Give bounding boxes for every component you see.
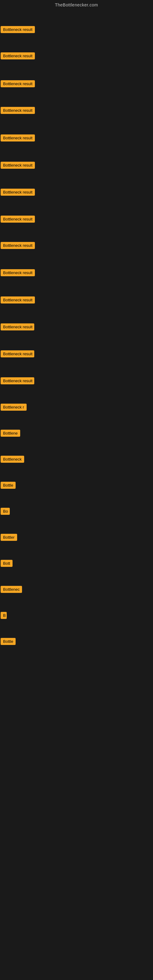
bottleneck-badge-14[interactable]: Bottleneck result [1,377,34,384]
bottleneck-badge-20[interactable]: Bottler [1,534,17,541]
badge-row-6: Bottleneck result [1,162,35,170]
bottleneck-badge-8[interactable]: Bottleneck result [1,216,35,223]
badge-row-9: Bottleneck result [1,242,35,250]
badge-row-17: Bottleneck [1,456,24,464]
badge-row-1: Bottleneck result [1,26,35,34]
bottleneck-badge-19[interactable]: Bo [1,508,10,515]
badge-row-22: Bottlenec [1,586,22,594]
bottleneck-badge-16[interactable]: Bottlene [1,430,20,437]
badge-row-24: Bottle [1,638,16,646]
badge-row-16: Bottlene [1,430,20,438]
badge-row-11: Bottleneck result [1,296,35,305]
bottleneck-badge-22[interactable]: Bottlenec [1,586,22,593]
bottleneck-badge-15[interactable]: Bottleneck r [1,404,27,411]
bottleneck-badge-9[interactable]: Bottleneck result [1,242,35,249]
bottleneck-badge-21[interactable]: Bott [1,560,13,567]
badge-row-2: Bottleneck result [1,52,35,60]
bottleneck-badge-5[interactable]: Bottleneck result [1,134,35,142]
bottleneck-badge-17[interactable]: Bottleneck [1,456,24,463]
badge-row-8: Bottleneck result [1,216,35,224]
badge-row-19: Bo [1,508,10,516]
badge-row-4: Bottleneck result [1,107,35,115]
badge-row-3: Bottleneck result [1,80,35,89]
bottleneck-badge-12[interactable]: Bottleneck result [1,323,34,331]
badge-row-13: Bottleneck result [1,350,34,359]
badge-row-23: B [1,612,7,620]
badge-row-20: Bottler [1,534,17,542]
badges-container: Bottleneck resultBottleneck resultBottle… [0,9,153,980]
badge-row-7: Bottleneck result [1,189,35,197]
bottleneck-badge-10[interactable]: Bottleneck result [1,269,35,276]
bottleneck-badge-6[interactable]: Bottleneck result [1,162,35,169]
bottleneck-badge-7[interactable]: Bottleneck result [1,189,35,196]
bottleneck-badge-18[interactable]: Bottle [1,482,16,489]
bottleneck-badge-11[interactable]: Bottleneck result [1,296,35,304]
bottleneck-badge-2[interactable]: Bottleneck result [1,52,35,59]
badge-row-10: Bottleneck result [1,269,35,277]
bottleneck-badge-24[interactable]: Bottle [1,638,16,645]
badge-row-21: Bott [1,560,13,568]
bottleneck-badge-1[interactable]: Bottleneck result [1,26,35,33]
bottleneck-badge-23[interactable]: B [1,612,7,619]
bottleneck-badge-4[interactable]: Bottleneck result [1,107,35,114]
bottleneck-badge-13[interactable]: Bottleneck result [1,350,34,357]
badge-row-5: Bottleneck result [1,134,35,143]
badge-row-18: Bottle [1,482,16,490]
site-title: TheBottlenecker.com [0,0,153,9]
badge-row-12: Bottleneck result [1,323,34,332]
bottleneck-badge-3[interactable]: Bottleneck result [1,80,35,87]
badge-row-15: Bottleneck r [1,404,27,412]
badge-row-14: Bottleneck result [1,377,34,385]
